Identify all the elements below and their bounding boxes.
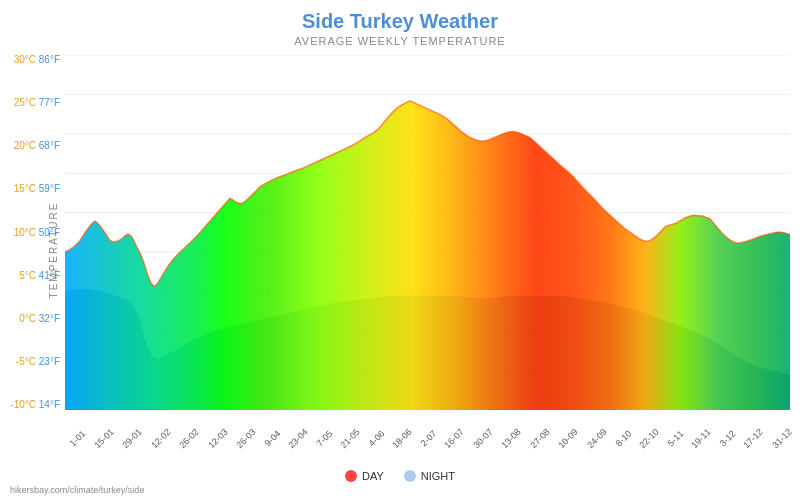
y-axis-label: 15°C 59°F — [0, 184, 65, 194]
y-axis-label: -10°C 14°F — [0, 400, 65, 410]
chart-area — [65, 55, 790, 410]
footer-url: hikersbay.com/climate/turkey/side — [10, 485, 144, 495]
x-axis-label: 10-09 — [557, 427, 580, 450]
x-axis-label: 16-07 — [443, 427, 466, 450]
x-axis-label: 30-07 — [471, 427, 494, 450]
x-axis-label: 7-05 — [314, 429, 334, 449]
x-axis-label: 23-04 — [287, 427, 310, 450]
x-axis-label: 21-05 — [339, 427, 362, 450]
legend-day: DAY — [345, 470, 384, 482]
x-axis-label: 26-02 — [177, 427, 200, 450]
x-axis-label: 24-09 — [585, 427, 608, 450]
x-axis-label: 26-03 — [235, 427, 258, 450]
x-axis-label: 17-12 — [742, 427, 765, 450]
x-axis-label: 8-10 — [613, 429, 633, 449]
legend-night: NIGHT — [404, 470, 455, 482]
x-axis-label: 15-01 — [92, 427, 115, 450]
x-axis-label: 2-07 — [418, 429, 438, 449]
x-axis-labels: 1-0115-0129-0112-0226-0212-0326-039-0423… — [65, 435, 790, 445]
x-axis-label: 12-02 — [149, 427, 172, 450]
temperature-chart — [65, 55, 790, 410]
y-axis-label: -5°C 23°F — [0, 357, 65, 367]
x-axis-label: 22-10 — [637, 427, 660, 450]
y-axis-label: 5°C 41°F — [0, 271, 65, 281]
x-axis-label: 13-08 — [500, 427, 523, 450]
chart-legend: DAY NIGHT — [345, 470, 455, 482]
night-label: NIGHT — [421, 470, 455, 482]
y-axis-label: 20°C 68°F — [0, 141, 65, 151]
night-icon — [404, 470, 416, 482]
day-icon — [345, 470, 357, 482]
x-axis-label: 1-01 — [68, 429, 88, 449]
x-axis-label: 5-11 — [665, 429, 685, 449]
x-axis-label: 12-03 — [206, 427, 229, 450]
y-axis-labels: 30°C 86°F25°C 77°F20°C 68°F15°C 59°F10°C… — [0, 55, 65, 410]
chart-title: Side Turkey Weather — [0, 0, 800, 33]
chart-container: Side Turkey Weather AVERAGE WEEKLY TEMPE… — [0, 0, 800, 500]
x-axis-label: 29-01 — [120, 427, 143, 450]
y-axis-label: 30°C 86°F — [0, 55, 65, 65]
x-axis-label: 18-06 — [391, 427, 414, 450]
x-axis-label: 31-12 — [770, 427, 793, 450]
x-axis-label: 9-04 — [262, 429, 282, 449]
x-axis-label: 27-08 — [528, 427, 551, 450]
x-axis-label: 4-06 — [366, 429, 386, 449]
chart-subtitle: AVERAGE WEEKLY TEMPERATURE — [0, 35, 800, 47]
y-axis-label: 10°C 50°F — [0, 228, 65, 238]
y-axis-label: 0°C 32°F — [0, 314, 65, 324]
x-axis-label: 3-12 — [717, 429, 737, 449]
y-axis-label: 25°C 77°F — [0, 98, 65, 108]
x-axis-label: 19-11 — [689, 427, 712, 450]
day-label: DAY — [362, 470, 384, 482]
